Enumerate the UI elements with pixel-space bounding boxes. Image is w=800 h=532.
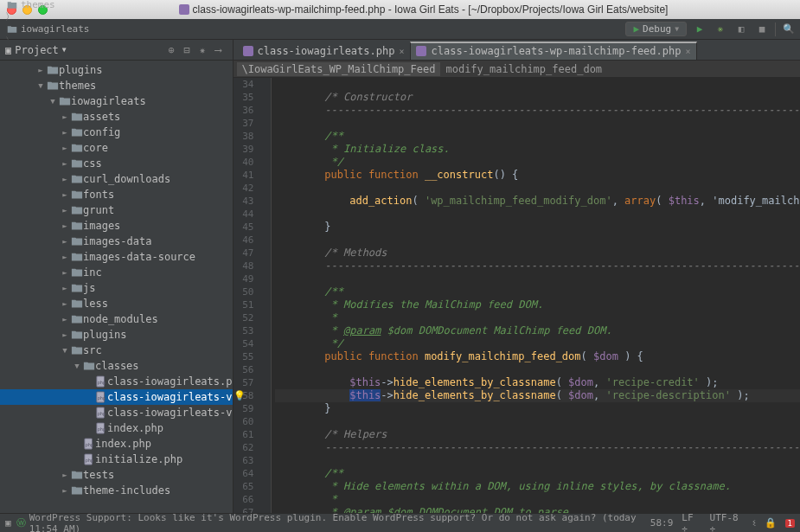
run-icon[interactable]: ▶ xyxy=(692,22,707,37)
code-line[interactable] xyxy=(275,208,801,221)
tool-window-quick-icon[interactable]: ▣ xyxy=(5,517,11,529)
tree-node[interactable]: ►plugins xyxy=(0,327,233,343)
tree-node[interactable]: ►tests xyxy=(0,467,233,483)
code-line[interactable] xyxy=(275,454,801,467)
twist-icon[interactable]: ► xyxy=(61,128,69,137)
code-line[interactable]: /** xyxy=(275,467,801,480)
twist-icon[interactable]: ► xyxy=(61,190,69,199)
twist-icon[interactable]: ► xyxy=(61,221,69,230)
settings-icon[interactable]: ✷ xyxy=(200,44,212,56)
caret-position[interactable]: 58:9 xyxy=(650,517,674,529)
code-line[interactable]: 💡 $this->hide_elements_by_classname( $do… xyxy=(275,389,801,402)
code-line[interactable]: $this->hide_elements_by_classname( $dom,… xyxy=(275,376,801,389)
twist-icon[interactable]: ► xyxy=(61,144,69,152)
code-line[interactable]: ----------------------------------------… xyxy=(275,104,801,117)
breadcrumb-namespace[interactable]: \IowaGirlEats_WP_MailChimp_Feed xyxy=(237,62,441,76)
twist-icon[interactable]: ► xyxy=(61,175,69,183)
twist-icon[interactable]: ► xyxy=(61,206,69,215)
breadcrumb-method[interactable]: modify_mailchimp_feed_dom xyxy=(440,62,607,76)
tree-node[interactable]: ►plugins xyxy=(0,62,233,78)
tree-node[interactable]: ►images-data-source xyxy=(0,249,233,265)
tree-node[interactable]: phpclass-iowagirleats-v xyxy=(0,389,233,405)
tree-node[interactable]: phpclass-iowagirleats-v xyxy=(0,405,233,420)
twist-icon[interactable]: ► xyxy=(61,284,69,292)
twist-icon[interactable]: ► xyxy=(36,66,45,74)
code-line[interactable]: ----------------------------------------… xyxy=(275,441,801,454)
code-line[interactable]: } xyxy=(275,221,801,234)
code-line[interactable] xyxy=(275,117,801,130)
tree-node[interactable]: ►js xyxy=(0,280,233,296)
twist-icon[interactable]: ▼ xyxy=(61,346,69,355)
tree-node[interactable]: phpinitialize.php xyxy=(0,452,233,467)
run-config-dropdown[interactable]: ▶ Debug ▼ xyxy=(625,22,687,36)
twist-icon[interactable]: ► xyxy=(61,159,69,168)
code-line[interactable]: * xyxy=(275,311,801,324)
code-line[interactable]: * @param $dom DOMDocument MailChimp feed… xyxy=(275,324,801,337)
search-icon[interactable]: 🔍 xyxy=(781,22,797,37)
code-line[interactable]: public function modify_mailchimp_feed_do… xyxy=(275,350,801,363)
code-line[interactable] xyxy=(275,234,801,247)
code-line[interactable]: /* Methods xyxy=(275,247,801,260)
git-branch-icon[interactable]: ଽ xyxy=(752,517,756,529)
tree-node[interactable]: ►images-data xyxy=(0,234,233,249)
tree-node[interactable]: phpindex.php xyxy=(0,436,233,452)
intention-bulb-icon[interactable]: 💡 xyxy=(234,389,246,402)
stop-icon[interactable]: ■ xyxy=(754,22,770,37)
tree-node[interactable]: ►core xyxy=(0,140,233,156)
code-line[interactable] xyxy=(275,415,801,428)
twist-icon[interactable]: ► xyxy=(61,315,69,324)
twist-icon[interactable]: ▼ xyxy=(48,97,57,106)
code-line[interactable]: /* Helpers xyxy=(275,428,801,441)
twist-icon[interactable]: ▼ xyxy=(73,362,81,370)
twist-icon[interactable]: ▼ xyxy=(36,81,45,90)
tree-node[interactable]: ►inc xyxy=(0,265,233,280)
fold-column[interactable] xyxy=(259,78,272,513)
code-line[interactable] xyxy=(275,363,801,376)
twist-icon[interactable]: ► xyxy=(61,299,69,308)
editor-breadcrumb[interactable]: \IowaGirlEats_WP_MailChimp_Feed modify_m… xyxy=(234,61,801,78)
readonly-lock-icon[interactable]: 🔒 xyxy=(765,517,777,529)
twist-icon[interactable]: ► xyxy=(61,253,69,261)
code-line[interactable]: */ xyxy=(275,337,801,350)
code-line[interactable] xyxy=(275,272,801,285)
twist-icon[interactable]: ► xyxy=(61,471,69,479)
twist-icon[interactable]: ► xyxy=(61,112,69,121)
tree-node[interactable]: ▼classes xyxy=(0,358,233,374)
tree-node[interactable]: phpindex.php xyxy=(0,420,233,436)
code-line[interactable] xyxy=(275,182,801,195)
code-line[interactable]: public function __construct() { xyxy=(275,169,801,182)
debug-icon[interactable]: ✳ xyxy=(713,22,728,37)
project-tree[interactable]: ►plugins▼themes▼iowagirleats►assets►conf… xyxy=(0,61,233,513)
notifications-badge[interactable]: 1 xyxy=(785,519,795,528)
file-encoding[interactable]: UTF-8 ÷ xyxy=(710,512,744,533)
editor-tab[interactable]: class-iowagirleats.php× xyxy=(237,42,411,60)
tree-node[interactable]: ▼themes xyxy=(0,78,233,93)
tree-node[interactable]: ►less xyxy=(0,296,233,311)
twist-icon[interactable]: ► xyxy=(61,330,69,339)
tree-node[interactable]: ▼iowagirleats xyxy=(0,93,233,109)
code-line[interactable]: */ xyxy=(275,156,801,169)
tree-node[interactable]: ►css xyxy=(0,156,233,171)
scroll-from-source-icon[interactable]: ⊟ xyxy=(184,44,196,56)
code-line[interactable]: add_action( 'wp_mailchimp_feed_modify_do… xyxy=(275,195,801,208)
code-line[interactable]: } xyxy=(275,402,801,415)
editor-tabs[interactable]: class-iowagirleats.php×class-iowagirleat… xyxy=(234,40,801,61)
editor-tab[interactable]: class-iowagirleats-wp-mailchimp-feed.php… xyxy=(410,42,696,60)
code-line[interactable]: * @param $dom DOMDocument DOM to parse. xyxy=(275,506,801,513)
tree-node[interactable]: ►curl_downloads xyxy=(0,171,233,187)
code-editor[interactable]: /* Constructor -------------------------… xyxy=(272,78,801,513)
code-line[interactable]: ----------------------------------------… xyxy=(275,260,801,272)
tree-node[interactable]: ►theme-includes xyxy=(0,483,233,498)
coverage-icon[interactable]: ◧ xyxy=(733,22,749,37)
twist-icon[interactable]: ► xyxy=(61,237,69,246)
code-line[interactable]: * xyxy=(275,493,801,506)
tree-node[interactable]: ►node_modules xyxy=(0,311,233,327)
tree-node[interactable]: ►config xyxy=(0,125,233,140)
tree-node[interactable]: ►grunt xyxy=(0,202,233,218)
line-separator[interactable]: LF ÷ xyxy=(682,512,701,533)
breadcrumb-item[interactable]: themes xyxy=(3,0,253,10)
tree-node[interactable]: ►assets xyxy=(0,109,233,125)
code-line[interactable]: /* Constructor xyxy=(275,91,801,104)
collapse-icon[interactable]: ⊕ xyxy=(169,44,181,56)
twist-icon[interactable]: ► xyxy=(61,486,69,495)
